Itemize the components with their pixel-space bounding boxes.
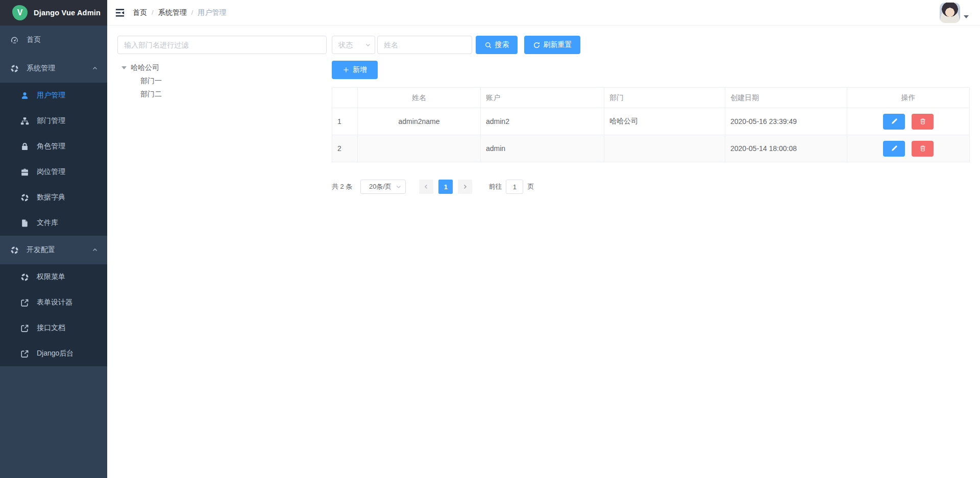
cell-index: 1 (332, 108, 358, 135)
chevron-left-icon (423, 184, 429, 190)
briefcase-icon (20, 168, 29, 177)
trash-icon (919, 145, 926, 152)
goto-page-input[interactable] (506, 180, 523, 194)
page-number-1[interactable]: 1 (438, 180, 453, 194)
edit-button[interactable] (883, 114, 905, 130)
search-icon (484, 41, 492, 49)
table-row: 2 admin 2020-05-14 18:00:08 (332, 135, 970, 162)
department-filter-input[interactable] (117, 36, 327, 54)
name-search-input[interactable] (377, 36, 472, 54)
breadcrumb-home[interactable]: 首页 (133, 8, 147, 17)
col-header-account: 账户 (481, 88, 604, 108)
cell-name: admin2name (358, 108, 481, 135)
external-link-icon (20, 324, 29, 333)
sidebar-item-files[interactable]: 文件库 (0, 210, 107, 236)
sidebar-item-permission-menu[interactable]: 权限菜单 (0, 264, 107, 290)
search-toolbar: 搜索 刷新重置 (332, 36, 970, 54)
sidebar-item-positions[interactable]: 岗位管理 (0, 159, 107, 185)
sidebar-item-label: 角色管理 (37, 142, 65, 151)
cell-dept: 哈哈公司 (604, 108, 725, 135)
sidebar-item-label: 表单设计器 (37, 298, 72, 307)
tree-node-dept1[interactable]: 部门一 (117, 74, 327, 88)
user-icon (20, 91, 29, 100)
pagination-goto: 前往 页 (488, 180, 534, 194)
app-title: Django Vue Admin (34, 9, 101, 17)
next-page-button[interactable] (458, 180, 472, 194)
breadcrumb-separator: / (191, 9, 193, 16)
sidebar-item-label: 用户管理 (37, 91, 65, 100)
tree-node-company[interactable]: 哈哈公司 (117, 61, 327, 74)
sidebar-item-dictionary[interactable]: 数据字典 (0, 185, 107, 210)
user-dropdown[interactable] (940, 3, 969, 23)
avatar[interactable] (940, 3, 960, 23)
component-icon (20, 193, 29, 202)
trash-icon (919, 118, 926, 125)
org-tree-icon (20, 117, 29, 125)
lock-icon (20, 142, 29, 151)
sidebar-item-label: 文件库 (37, 218, 58, 228)
vue-logo-icon: V (12, 5, 28, 20)
refresh-icon (533, 41, 541, 49)
app-logo[interactable]: V Django Vue Admin (0, 0, 107, 26)
hamburger-fold-icon (115, 8, 125, 18)
table-header-row: 姓名 账户 部门 创建日期 操作 (332, 88, 970, 108)
sidebar-item-label: 数据字典 (37, 193, 65, 202)
sidebar-item-api-docs[interactable]: 接口文档 (0, 315, 107, 341)
users-table: 姓名 账户 部门 创建日期 操作 1 admin2name admin2 哈哈公… (332, 87, 970, 162)
sidebar-item-roles[interactable]: 角色管理 (0, 134, 107, 159)
tree-node-dept2[interactable]: 部门二 (117, 88, 327, 101)
breadcrumb-separator: / (152, 9, 154, 16)
delete-button[interactable] (912, 141, 934, 157)
sidebar-item-label: 首页 (27, 35, 41, 44)
sidebar-item-departments[interactable]: 部门管理 (0, 108, 107, 134)
col-header-actions: 操作 (847, 88, 970, 108)
sidebar-item-form-designer[interactable]: 表单设计器 (0, 290, 107, 315)
search-button[interactable]: 搜索 (476, 36, 518, 54)
table-row: 1 admin2name admin2 哈哈公司 2020-05-16 23:3… (332, 108, 970, 135)
col-header-dept: 部门 (604, 88, 725, 108)
pencil-icon (891, 118, 898, 125)
sidebar-item-users[interactable]: 用户管理 (0, 83, 107, 108)
cell-index: 2 (332, 135, 358, 162)
pagination-total: 共 2 条 (332, 182, 352, 191)
chevron-down-icon (365, 42, 371, 48)
cell-account: admin2 (481, 108, 604, 135)
page-size-select[interactable]: 20条/页 (360, 180, 406, 194)
sidebar-item-django-admin[interactable]: Django后台 (0, 341, 107, 366)
reset-button-label: 刷新重置 (544, 40, 572, 49)
department-panel: 哈哈公司 部门一 部门二 (117, 36, 327, 101)
sidebar-toggle-button[interactable] (107, 0, 133, 25)
tree-node-label: 哈哈公司 (131, 63, 159, 72)
add-button-label: 新增 (353, 65, 367, 74)
sidebar-item-label: 权限菜单 (37, 272, 65, 282)
sidebar-group-devconfig[interactable]: 开发配置 (0, 236, 107, 264)
chevron-up-icon (92, 65, 98, 71)
sidebar-item-home[interactable]: 首页 (0, 26, 107, 54)
prev-page-button[interactable] (419, 180, 433, 194)
main-content: 哈哈公司 部门一 部门二 搜索 (107, 26, 980, 478)
sidebar-item-label: 部门管理 (37, 116, 65, 125)
external-link-icon (20, 298, 29, 307)
breadcrumb-current: 用户管理 (198, 8, 226, 17)
add-user-button[interactable]: 新增 (332, 61, 378, 79)
cell-dept (604, 135, 725, 162)
breadcrumb-system[interactable]: 系统管理 (158, 8, 187, 17)
edit-button[interactable] (883, 141, 905, 157)
tree-node-label: 部门一 (140, 77, 162, 86)
goto-label: 前往 (488, 182, 502, 191)
pencil-icon (891, 145, 898, 152)
page-unit-label: 页 (527, 182, 534, 191)
status-select[interactable] (332, 36, 375, 54)
sidebar-item-label: 岗位管理 (37, 167, 65, 177)
external-link-icon (20, 349, 29, 358)
delete-button[interactable] (912, 114, 934, 130)
col-header-created: 创建日期 (725, 88, 847, 108)
caret-down-icon (964, 15, 969, 18)
chevron-up-icon (92, 247, 98, 253)
plus-icon (342, 66, 350, 73)
document-icon (20, 219, 29, 228)
refresh-reset-button[interactable]: 刷新重置 (524, 36, 580, 54)
sidebar-group-system[interactable]: 系统管理 (0, 54, 107, 83)
cell-created: 2020-05-16 23:39:49 (725, 108, 847, 135)
col-header-index (332, 88, 358, 108)
